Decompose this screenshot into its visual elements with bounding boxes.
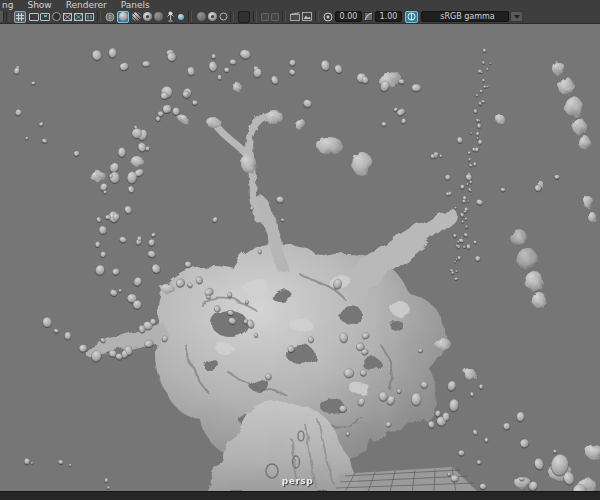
view-transform-dropdown[interactable]: sRGB gamma (421, 11, 509, 22)
occlusion-toggle-button[interactable] (176, 11, 186, 23)
greasepencil-button[interactable] (290, 11, 300, 23)
resolution-gate-icon (40, 13, 50, 21)
safe-title-icon (85, 13, 94, 21)
safe-action-icon (74, 13, 83, 21)
gate-mask-button[interactable] (51, 11, 61, 23)
toolbar-separator (282, 11, 286, 22)
viewport-panel: persp (0, 24, 600, 492)
menu-show[interactable]: Show (27, 0, 51, 10)
clapperboard-icon (290, 12, 300, 21)
menu-renderer[interactable]: Renderer (66, 0, 107, 10)
wireframe-mode-button[interactable] (105, 11, 115, 23)
grid-icon (16, 13, 24, 21)
clipped-icon[interactable] (0, 11, 4, 22)
view-transform-icon (407, 12, 416, 21)
bottom-strip (0, 491, 600, 500)
splash-figure (207, 110, 372, 219)
toolbar-separator (315, 11, 319, 22)
film-gate-button[interactable] (29, 11, 39, 23)
maya-window: { "header": { "menus": [ {"label": "ng"}… (0, 0, 600, 500)
safe-title-button[interactable] (84, 11, 94, 23)
toolbar-separator (97, 11, 101, 22)
panel-toolbar: 0.00 1.00 sRGB gamma (0, 10, 600, 23)
menu-panels[interactable]: Panels (121, 0, 150, 10)
aa-circle-icon (219, 12, 228, 21)
shadow-sphere-icon (154, 12, 163, 21)
xray-button[interactable] (261, 13, 269, 21)
image-icon (302, 12, 312, 21)
chevron-down-icon (514, 15, 520, 19)
multisample-button[interactable] (218, 11, 228, 23)
textured-mode-button[interactable] (131, 11, 141, 23)
resolution-gate-button[interactable] (40, 11, 50, 23)
toolbar-separator (188, 11, 192, 22)
safe-action-button[interactable] (73, 11, 83, 23)
lamp-icon (166, 11, 175, 22)
viewport-canvas[interactable] (0, 24, 600, 492)
gamma-value-field[interactable]: 1.00 (375, 11, 402, 22)
toolbar-separator (230, 11, 234, 22)
view-transform-toggle-button[interactable] (405, 11, 418, 23)
gate-mask-icon (52, 12, 61, 21)
use-all-lights-button[interactable] (142, 11, 152, 23)
xray-joints-button[interactable] (271, 13, 279, 21)
shaded-sphere-icon (119, 12, 128, 21)
menu-lighting-partial[interactable]: ng (2, 0, 13, 10)
panel-menu-bar: ng Show Renderer Panels (0, 0, 600, 10)
toolbar-separator (6, 11, 10, 22)
snapshot-button[interactable] (302, 11, 312, 23)
teal-orb-icon (178, 14, 184, 20)
exposure-toggle-button[interactable] (323, 11, 333, 23)
field-chart-button[interactable] (62, 11, 72, 23)
grid-toggle-button[interactable] (14, 11, 26, 23)
motion-blur-button[interactable] (207, 11, 217, 23)
gamma-icon (364, 12, 373, 21)
textured-sphere-icon (132, 12, 141, 21)
default-lighting-button[interactable] (165, 11, 175, 23)
lit-sphere-icon (143, 12, 152, 21)
field-chart-icon (63, 13, 72, 21)
camera-name-label: persp (282, 476, 313, 486)
motion-blur-sphere-icon (208, 12, 217, 21)
ao-sphere-icon (197, 12, 206, 21)
ssao-button[interactable] (196, 11, 206, 23)
shaded-mode-button[interactable] (117, 11, 129, 23)
film-gate-icon (29, 13, 39, 21)
exposure-value-field[interactable]: 0.00 (335, 11, 362, 22)
view-transform-dropdown-arrow[interactable] (510, 11, 523, 22)
wireframe-sphere-icon (105, 12, 115, 22)
panel-header: ng Show Renderer Panels (0, 0, 600, 24)
shadows-button[interactable] (153, 11, 163, 23)
aperture-icon (323, 12, 333, 22)
gamma-toggle-button[interactable] (364, 11, 373, 23)
isolate-select-swatch[interactable] (238, 11, 250, 23)
toolbar-separator (253, 11, 257, 22)
